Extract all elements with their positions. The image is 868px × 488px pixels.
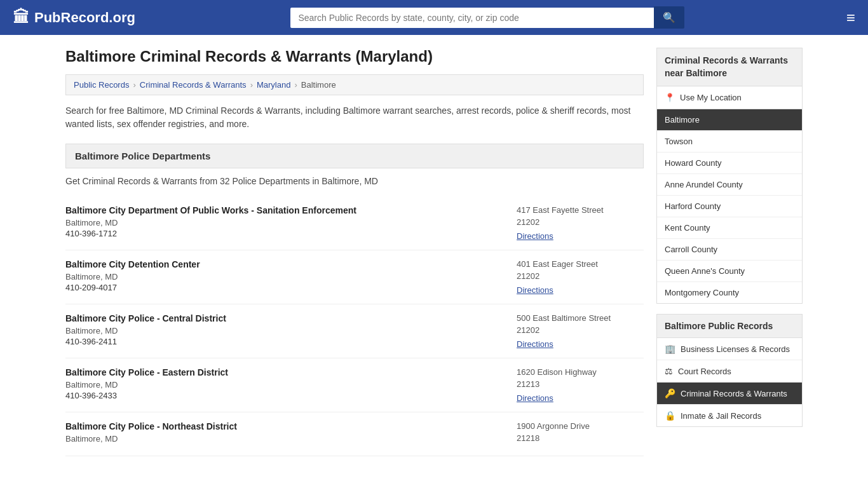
use-location-button[interactable]: 📍 Use My Location	[656, 86, 803, 109]
breadcrumb: Public Records › Criminal Records & Warr…	[65, 74, 644, 95]
record-entry: Baltimore City Police - Northeast Distri…	[65, 412, 644, 456]
record-left: Baltimore City Police - Central District…	[65, 313, 504, 349]
record-entry: Baltimore City Department Of Public Work…	[65, 196, 644, 250]
record-left: Baltimore City Police - Eastern District…	[65, 367, 504, 403]
record-phone: 410-209-4017	[65, 283, 504, 292]
record-address: 1620 Edison Highway	[517, 367, 644, 377]
record-name: Baltimore City Police - Central District	[65, 313, 504, 323]
menu-icon[interactable]: ≡	[846, 9, 855, 27]
sidebar-link-item[interactable]: 🔑 Criminal Records & Warrants	[657, 383, 802, 405]
record-city: Baltimore, MD	[65, 272, 504, 281]
sidebar-link-item[interactable]: 🔒 Inmate & Jail Records	[657, 405, 802, 426]
sidebar-link-item[interactable]: ⚖ Court Records	[657, 360, 802, 383]
record-right: 401 East Eager Street 21202 Directions	[517, 259, 644, 295]
record-city: Baltimore, MD	[65, 326, 504, 336]
logo-text: PubRecord.org	[34, 10, 135, 26]
sidebar-link-label: Court Records	[678, 367, 731, 376]
sidebar-nearby-item[interactable]: Queen Anne's County	[657, 261, 802, 282]
directions-link[interactable]: Directions	[517, 231, 553, 241]
sidebar: Criminal Records & Warrants near Baltimo…	[656, 48, 803, 456]
sidebar-link-icon: 🔑	[665, 388, 675, 398]
record-address: 1900 Argonne Drive	[517, 421, 644, 431]
content-area: Baltimore Criminal Records & Warrants (M…	[65, 48, 644, 456]
record-phone: 410-396-2411	[65, 337, 504, 346]
sidebar-nearby-list: BaltimoreTowsonHoward CountyAnne Arundel…	[656, 109, 803, 304]
record-name: Baltimore City Department Of Public Work…	[65, 205, 504, 215]
records-list: Baltimore City Department Of Public Work…	[65, 196, 644, 456]
record-right: 500 East Baltimore Street 21202 Directio…	[517, 313, 644, 349]
sidebar-nearby-item[interactable]: Howard County	[657, 152, 802, 174]
record-right: 1620 Edison Highway 21213 Directions	[517, 367, 644, 403]
record-zip: 21213	[517, 379, 644, 389]
page-title: Baltimore Criminal Records & Warrants (M…	[65, 48, 644, 65]
sidebar-nearby-item[interactable]: Anne Arundel County	[657, 174, 802, 196]
breadcrumb-public-records[interactable]: Public Records	[74, 80, 129, 90]
record-city: Baltimore, MD	[65, 218, 504, 227]
directions-link[interactable]: Directions	[517, 393, 553, 403]
logo-icon: 🏛	[13, 8, 29, 27]
record-name: Baltimore City Police - Eastern District	[65, 367, 504, 377]
breadcrumb-sep-3: ›	[294, 80, 297, 90]
record-left: Baltimore City Department Of Public Work…	[65, 205, 504, 241]
sidebar-link-item[interactable]: 🏢 Business Licenses & Records	[657, 338, 802, 360]
breadcrumb-criminal-records[interactable]: Criminal Records & Warrants	[140, 80, 247, 90]
search-icon: 🔍	[663, 12, 675, 23]
record-zip: 21202	[517, 271, 644, 281]
use-location-label: Use My Location	[680, 93, 742, 102]
section-description: Get Criminal Records & Warrants from 32 …	[65, 176, 644, 186]
record-right: 1900 Argonne Drive 21218	[517, 421, 644, 447]
record-entry: Baltimore City Detention Center Baltimor…	[65, 250, 644, 304]
record-phone: 410-396-1712	[65, 229, 504, 238]
breadcrumb-current: Baltimore	[301, 80, 336, 90]
site-header: 🏛 PubRecord.org 🔍 ≡	[0, 0, 868, 35]
main-container: Baltimore Criminal Records & Warrants (M…	[53, 35, 815, 469]
sidebar-link-label: Business Licenses & Records	[681, 344, 790, 354]
record-left: Baltimore City Police - Northeast Distri…	[65, 421, 504, 447]
sidebar-link-icon: ⚖	[665, 366, 673, 376]
sidebar-link-label: Criminal Records & Warrants	[681, 389, 787, 398]
record-name: Baltimore City Police - Northeast Distri…	[65, 421, 504, 431]
sidebar-links-list: 🏢 Business Licenses & Records ⚖ Court Re…	[657, 338, 802, 426]
sidebar-nearby-item[interactable]: Harford County	[657, 196, 802, 217]
record-right: 417 East Fayette Street 21202 Directions	[517, 205, 644, 241]
record-phone: 410-396-2433	[65, 391, 504, 400]
section-heading: Baltimore Police Departments	[65, 144, 644, 168]
record-city: Baltimore, MD	[65, 380, 504, 390]
sidebar-public-records-section: Baltimore Public Records 🏢 Business Lice…	[656, 314, 803, 427]
search-input[interactable]	[290, 8, 654, 28]
record-address: 401 East Eager Street	[517, 259, 644, 269]
location-icon: 📍	[665, 93, 675, 102]
sidebar-link-label: Inmate & Jail Records	[681, 411, 761, 421]
record-entry: Baltimore City Police - Eastern District…	[65, 358, 644, 412]
search-button[interactable]: 🔍	[654, 6, 684, 29]
record-address: 417 East Fayette Street	[517, 205, 644, 215]
sidebar-nearby-item[interactable]: Kent County	[657, 217, 802, 239]
directions-link[interactable]: Directions	[517, 285, 553, 295]
sidebar-link-icon: 🔒	[665, 410, 675, 421]
page-description: Search for free Baltimore, MD Criminal R…	[65, 104, 644, 131]
sidebar-nearby-item[interactable]: Baltimore	[657, 109, 802, 131]
record-zip: 21218	[517, 433, 644, 443]
record-name: Baltimore City Detention Center	[65, 259, 504, 269]
record-address: 500 East Baltimore Street	[517, 313, 644, 323]
record-entry: Baltimore City Police - Central District…	[65, 304, 644, 358]
record-zip: 21202	[517, 217, 644, 227]
record-left: Baltimore City Detention Center Baltimor…	[65, 259, 504, 295]
sidebar-public-records-title: Baltimore Public Records	[657, 315, 802, 338]
search-area: 🔍	[290, 6, 684, 29]
record-city: Baltimore, MD	[65, 434, 504, 444]
sidebar-link-icon: 🏢	[665, 344, 675, 354]
breadcrumb-sep-2: ›	[250, 80, 253, 90]
sidebar-nearby-item[interactable]: Towson	[657, 131, 802, 152]
directions-link[interactable]: Directions	[517, 339, 553, 349]
breadcrumb-sep-1: ›	[133, 80, 135, 90]
site-logo[interactable]: 🏛 PubRecord.org	[13, 8, 135, 27]
sidebar-nearby-item[interactable]: Montgomery County	[657, 282, 802, 303]
sidebar-nearby-item[interactable]: Carroll County	[657, 239, 802, 261]
record-zip: 21202	[517, 325, 644, 335]
sidebar-nearby-section: Criminal Records & Warrants near Baltimo…	[656, 48, 803, 304]
sidebar-nearby-title: Criminal Records & Warrants near Baltimo…	[656, 48, 803, 86]
breadcrumb-maryland[interactable]: Maryland	[257, 80, 290, 90]
